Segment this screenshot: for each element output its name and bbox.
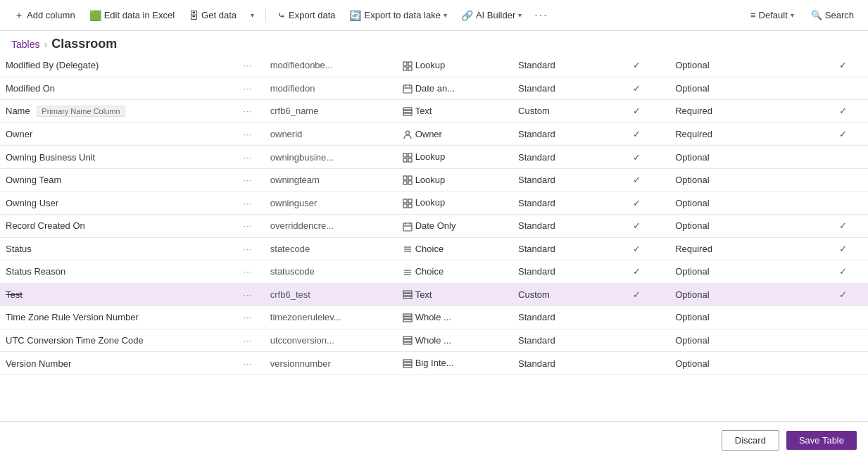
managed-cell (818, 352, 868, 375)
type-cell: Big Inte... (397, 352, 512, 375)
managed-cell: ✓ (818, 122, 868, 146)
row-options-button[interactable]: ··· (232, 77, 265, 100)
add-column-icon: ＋ (14, 9, 24, 22)
row-options-button[interactable]: ··· (232, 122, 265, 146)
required-cell: Optional (669, 283, 818, 306)
field-name-cell: Name Primary Name Column (0, 100, 232, 123)
field-name-cell: Owning User (0, 191, 232, 215)
ai-builder-icon: 🔗 (461, 10, 473, 21)
row-options-button[interactable]: ··· (232, 191, 265, 215)
managed-cell: ✓ (818, 237, 868, 260)
managed-cell: ✓ (818, 260, 868, 284)
ai-builder-button[interactable]: 🔗 AI Builder ▾ (455, 7, 527, 24)
required-cell: Required (669, 100, 818, 123)
breadcrumb: Tables › Classroom (0, 31, 868, 54)
export-lake-button[interactable]: 🔄 Export to data lake ▾ (344, 7, 452, 24)
row-options-button[interactable]: ··· (232, 168, 265, 191)
custom-cell: Standard (512, 77, 603, 100)
field-name-cell: Status (0, 237, 232, 260)
row-options-button[interactable]: ··· (232, 352, 265, 375)
searchable-cell: ✓ (603, 237, 669, 260)
search-icon: 🔍 (811, 10, 822, 20)
managed-cell: ✓ (818, 214, 868, 237)
logical-name-cell: versionnumber (265, 352, 397, 375)
row-options-button[interactable]: ··· (232, 283, 265, 306)
logical-name-cell: modifiedonbe... (265, 54, 397, 77)
type-cell: Lookup (397, 191, 512, 215)
svg-rect-34 (403, 291, 412, 293)
ai-builder-label: AI Builder (476, 10, 515, 20)
required-cell: Optional (669, 168, 818, 191)
table-row[interactable]: Owning Team···owningteamLookupStandard✓O… (0, 168, 868, 191)
toolbar-right: ≡ Default ▾ 🔍 Search (745, 7, 860, 23)
logical-name-cell: timezonerulelev... (265, 306, 397, 329)
field-name-cell: Time Zone Rule Version Number (0, 306, 232, 329)
managed-cell (818, 146, 868, 169)
field-name: Modified On (6, 83, 55, 94)
logical-name-cell: modifiedon (265, 77, 397, 100)
table-row[interactable]: Modified On···modifiedonDate an...Standa… (0, 77, 868, 100)
managed-check-icon: ✓ (839, 244, 847, 254)
required-cell: Optional (669, 260, 818, 284)
row-options-button[interactable]: ··· (232, 306, 265, 329)
table-row[interactable]: Owner···owneridOwnerStandard✓Required✓ (0, 122, 868, 146)
export-data-button[interactable]: ⤷ Export data (272, 7, 341, 24)
table-row[interactable]: UTC Conversion Time Zone Code···utcconve… (0, 329, 868, 352)
row-options-button[interactable]: ··· (232, 260, 265, 284)
tables-link[interactable]: Tables (11, 39, 39, 50)
searchable-cell: ✓ (603, 146, 669, 169)
breadcrumb-separator: › (44, 39, 47, 50)
managed-cell (818, 168, 868, 191)
expand-chevron-button[interactable]: ▾ (245, 8, 260, 22)
chevron-down-icon: ▾ (251, 11, 254, 19)
table-row[interactable]: Owning User···owninguserLookupStandard✓O… (0, 191, 868, 215)
add-column-label: Add column (27, 10, 75, 20)
export-lake-label: Export to data lake (364, 10, 440, 20)
get-data-button[interactable]: 🗄 Get data (183, 7, 242, 24)
table-row[interactable]: Name Primary Name Column···crfb6_nameTex… (0, 100, 868, 123)
required-cell: Required (669, 237, 818, 260)
searchable-cell (603, 306, 669, 329)
table-row[interactable]: Version Number···versionnumberBig Inte..… (0, 352, 868, 375)
type-cell: Date Only (397, 214, 512, 237)
custom-cell: Custom (512, 100, 603, 123)
discard-button[interactable]: Discard (722, 430, 779, 451)
default-view-button[interactable]: ≡ Default ▾ (745, 7, 800, 23)
type-label: Text (415, 106, 432, 116)
default-icon: ≡ (750, 10, 756, 20)
type-label: Choice (415, 244, 444, 254)
add-column-button[interactable]: ＋ Add column (8, 6, 81, 25)
table-row[interactable]: Modified By (Delegate)···modifiedonbe...… (0, 54, 868, 77)
logical-name-cell: statecode (265, 237, 397, 260)
managed-cell (818, 77, 868, 100)
row-options-button[interactable]: ··· (232, 100, 265, 123)
row-options-button[interactable]: ··· (232, 329, 265, 352)
more-options-button[interactable]: ··· (530, 6, 552, 25)
table-row[interactable]: Status Reason···statuscodeChoiceStandard… (0, 260, 868, 284)
row-options-button[interactable]: ··· (232, 146, 265, 169)
table-row[interactable]: Record Created On···overriddencre...Date… (0, 214, 868, 237)
svg-rect-14 (403, 158, 407, 162)
table-row[interactable]: Test···crfb6_testTextCustom✓Optional✓ (0, 283, 868, 306)
svg-rect-2 (403, 67, 407, 70)
row-options-button[interactable]: ··· (232, 214, 265, 237)
searchable-check-icon: ✓ (633, 266, 641, 277)
save-table-button[interactable]: Save Table (786, 431, 857, 450)
row-options-button[interactable]: ··· (232, 237, 265, 260)
searchable-cell: ✓ (603, 214, 669, 237)
field-name-cell: Owner (0, 122, 232, 146)
field-name-cell: Modified By (Delegate) (0, 54, 232, 77)
svg-rect-22 (403, 204, 407, 208)
row-options-button[interactable]: ··· (232, 54, 265, 77)
field-name-cell: Version Number (0, 352, 232, 375)
managed-check-icon: ✓ (839, 129, 847, 139)
field-name: Name (6, 106, 30, 116)
svg-rect-36 (403, 296, 412, 298)
table-row[interactable]: Time Zone Rule Version Number···timezone… (0, 306, 868, 329)
table-row[interactable]: Status···statecodeChoiceStandard✓Require… (0, 237, 868, 260)
field-name: Modified By (Delegate) (6, 60, 99, 70)
logical-name-cell: overriddencre... (265, 214, 397, 237)
search-button[interactable]: 🔍 Search (805, 7, 860, 23)
edit-excel-button[interactable]: 🟩 Edit data in Excel (84, 7, 180, 24)
table-row[interactable]: Owning Business Unit···owningbusine...Lo… (0, 146, 868, 169)
